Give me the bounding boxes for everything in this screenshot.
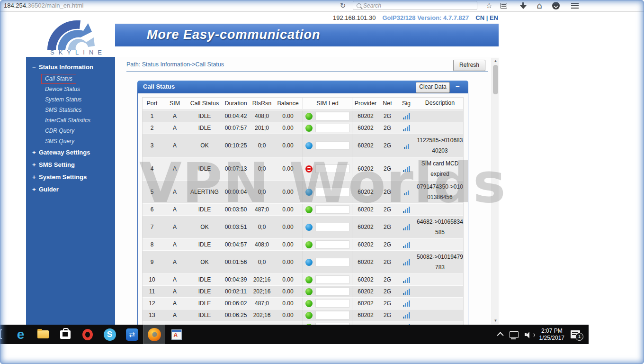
net-cell: 2G [379, 134, 396, 157]
sim-led-cell [303, 122, 352, 134]
system-tray: 2:07 PM 1/25/2017 1 [499, 325, 580, 344]
reload-icon[interactable]: ↻ [338, 1, 348, 10]
sig-cell [396, 298, 417, 309]
sidebar-section-guider[interactable]: +Guider [26, 184, 115, 196]
call_status-cell: ALERTING [188, 181, 221, 203]
network-icon[interactable] [510, 331, 519, 338]
lang-cn-link[interactable]: CN [475, 14, 484, 21]
expander-icon[interactable]: + [32, 184, 39, 195]
sidebar-item-device-status[interactable]: Device Status [26, 84, 115, 95]
sim-led-box [315, 311, 349, 319]
skype-icon[interactable]: S [98, 325, 121, 344]
taskbar: eS⇄A 2:07 PM 1/25/2017 1 [0, 325, 589, 344]
lang-en-link[interactable]: EN [490, 14, 498, 21]
sidebar-item-system-status[interactable]: System Status [26, 95, 115, 105]
home-icon[interactable]: ⌂ [534, 1, 545, 10]
sidebar-section-label: Gateway Settings [39, 149, 90, 156]
downloads-icon[interactable] [519, 2, 528, 9]
sidebar-item-intercall-statistics[interactable]: InterCall Statistics [26, 116, 115, 126]
sim-led-cell [303, 204, 352, 215]
expander-icon[interactable]: + [32, 172, 39, 183]
expander-icon[interactable]: + [32, 159, 39, 171]
search-input[interactable]: Search [353, 1, 477, 10]
table-row: 3AOK00:10:250;00.00602022G1122585->01068… [143, 134, 463, 157]
table-row: 4AIDLE00:07:130;00.00602022GSIM card MCD… [143, 157, 463, 180]
rlsrsn-cell: 0;0 [250, 134, 273, 157]
store-icon[interactable] [54, 325, 76, 344]
pocket-icon[interactable] [552, 2, 560, 9]
sidebar-section-gateway-settings[interactable]: +Gateway Settings [26, 147, 115, 159]
expander-icon[interactable]: − [32, 62, 39, 73]
port-cell: 8 [143, 239, 161, 250]
lang-divider: | [486, 14, 488, 21]
red-led-icon [305, 165, 313, 173]
sim-cell: A [161, 181, 188, 203]
hamburger-menu-icon[interactable] [571, 3, 579, 9]
tray-clock[interactable]: 2:07 PM 1/25/2017 [539, 328, 564, 342]
net-cell: 2G [379, 274, 396, 285]
signal-bars-icon [404, 189, 409, 195]
duration-cell: 00:06:02 [221, 298, 250, 309]
sidebar-item-sms-statistics[interactable]: SMS Statistics [26, 105, 115, 116]
sidebar-section-system-settings[interactable]: +System Settings [26, 172, 115, 184]
sim-led-cell [303, 298, 352, 309]
expander-icon[interactable]: + [32, 147, 39, 158]
call_status-cell: IDLE [188, 122, 221, 134]
edge-icon[interactable]: e [9, 325, 32, 344]
column-header-sim-led: SIM Led [303, 98, 352, 109]
description-cell: 0791474350->010 01386456 [417, 181, 463, 203]
balance-cell: 0.00 [273, 274, 303, 285]
sidebar-item-label: CDR Query [45, 127, 74, 134]
tray-chevron-up-icon[interactable] [497, 332, 503, 338]
description-cell [417, 110, 463, 122]
duration-cell: 00:03:51 [221, 216, 250, 238]
port-cell: 12 [143, 298, 161, 309]
blue-led-icon [305, 259, 313, 266]
table-row: 10AIDLE00:04:39202;160.00602022G [143, 274, 463, 285]
sim-cell: A [161, 122, 188, 134]
net-cell: 2G [379, 309, 396, 321]
scrollbar-thumb[interactable] [493, 65, 498, 94]
url-bar[interactable]: 184.254.36502/main_en.html [4, 2, 83, 9]
minimize-button[interactable]: − [456, 82, 460, 90]
sidebar-item-call-status[interactable]: Call Status [26, 74, 115, 84]
app-window-icon[interactable]: A [165, 325, 188, 344]
sig-cell [396, 134, 417, 157]
table-row: 1AIDLE00:04:42408;00.00602022G [143, 110, 463, 122]
bookmark-star-icon[interactable]: ☆ [484, 1, 494, 10]
scroll-down-icon[interactable]: ▼ [492, 318, 499, 324]
net-cell: 2G [379, 110, 396, 122]
panel-header: Call Status Clear Data − [137, 81, 468, 93]
port-cell [143, 321, 161, 325]
balance-cell: 0.00 [273, 216, 303, 238]
scroll-up-icon[interactable]: ▲ [492, 58, 499, 64]
sidebar-section-label: SMS Setting [39, 161, 75, 168]
provider-cell: 60202 [352, 298, 379, 309]
opera-icon[interactable] [76, 325, 98, 344]
vertical-scrollbar[interactable]: ▲ ▼ [492, 58, 499, 324]
call_status-cell: IDLE [188, 274, 221, 285]
sidebar-item-sms-query[interactable]: SMS Query [26, 136, 115, 147]
volume-icon[interactable] [525, 331, 533, 338]
sidebar-section-status-information[interactable]: −Status Information [26, 62, 115, 74]
sidebar-item-label: System Status [45, 96, 81, 103]
refresh-button[interactable]: Refresh [453, 60, 485, 71]
balance-cell: 0.00 [273, 122, 303, 134]
panel-title: Call Status [143, 83, 175, 90]
sim-cell: A [161, 204, 188, 215]
action-center-icon[interactable]: 1 [571, 330, 580, 338]
balance-cell: 0.00 [273, 157, 303, 180]
sim-led-cell [303, 110, 352, 122]
provider-cell: 60202 [352, 309, 379, 321]
net-cell: 2G [379, 181, 396, 203]
clear-data-button[interactable]: Clear Data [416, 82, 450, 93]
teamviewer-icon[interactable]: ⇄ [121, 325, 143, 344]
sidebar-section-sms-setting[interactable]: +SMS Setting [26, 159, 115, 172]
file-explorer-icon[interactable] [32, 325, 54, 344]
reading-list-icon[interactable] [500, 3, 507, 9]
sim-led-cell [303, 274, 352, 285]
sidebar-item-label: InterCall Statistics [45, 117, 90, 124]
firefox-icon[interactable] [143, 325, 165, 344]
sidebar-item-cdr-query[interactable]: CDR Query [26, 126, 115, 136]
sim-cell: A [161, 239, 188, 250]
